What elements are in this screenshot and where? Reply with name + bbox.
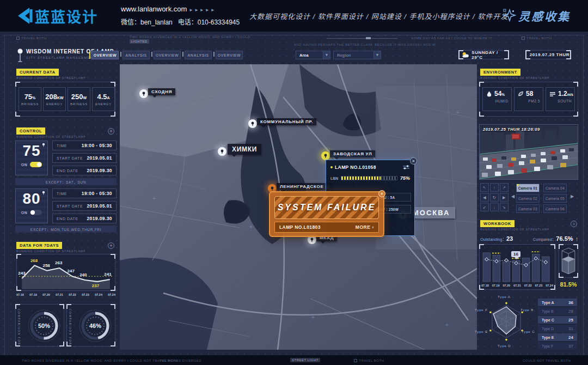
end-date-row[interactable]: END DATE2019.09.30 bbox=[52, 166, 117, 175]
pan-down-button[interactable]: ↓ bbox=[490, 203, 499, 211]
start-date-row[interactable]: START DATE2019.05.01 bbox=[52, 153, 117, 163]
stat-card-amp: 4.5AENERGY bbox=[92, 87, 115, 111]
more-button[interactable]: MORE › bbox=[356, 224, 374, 230]
tab-overview-3[interactable]: OVERVIEW bbox=[216, 51, 243, 59]
time-row[interactable]: TIME19:00 - 05:30 bbox=[52, 141, 117, 150]
cube-gauge bbox=[559, 245, 578, 277]
camera-06-button[interactable]: Camera 06 bbox=[543, 204, 567, 213]
close-icon[interactable]: ✕ bbox=[410, 157, 417, 165]
services-list: 大数据可视化设计 / 软件界面设计 / 网站建设 / 手机及小程序设计 / 软件… bbox=[249, 11, 508, 21]
pan-right-button[interactable]: ▶ bbox=[500, 193, 509, 202]
map-pin-zavodskaya[interactable] bbox=[321, 151, 330, 160]
camera-04-button[interactable]: Camera 04 bbox=[543, 184, 567, 192]
tab-overview-2[interactable]: OVERVIEW bbox=[154, 51, 181, 59]
add-schedule-button[interactable]: + bbox=[108, 128, 114, 135]
camera-feed-image bbox=[480, 125, 578, 180]
region-select[interactable]: Region▾ bbox=[333, 51, 381, 59]
map-label[interactable]: ХИМКИ bbox=[228, 144, 261, 155]
line-value: 258 bbox=[41, 263, 51, 268]
lbn-label: LBN bbox=[330, 177, 338, 180]
control-title: CONTROL bbox=[16, 127, 45, 135]
phone-number: 电话：010-63334945 bbox=[178, 19, 240, 26]
map-pin-khimki[interactable] bbox=[218, 147, 226, 156]
x-tick: 07.22 bbox=[69, 293, 76, 296]
tab-overview-1[interactable]: OVERVIEW bbox=[91, 51, 119, 59]
type-row-d[interactable]: Type D31 bbox=[538, 325, 577, 332]
ticker-item: SOME DAY AS FAR AS I COULD TO WHERE IT bbox=[411, 36, 492, 40]
website-link[interactable]: www.lanlanwork.com ►►►►► bbox=[121, 5, 216, 13]
camera-02-button[interactable]: Camera 02 bbox=[516, 194, 540, 203]
stat-card-briness: 75%BRINESS bbox=[19, 87, 41, 111]
chevron-down-icon[interactable]: ▾ bbox=[323, 51, 330, 59]
bottom-bar: TWO ROADS DIVERGED IN A YELLOW WOOD, AND… bbox=[0, 355, 588, 365]
bulb-icon bbox=[41, 143, 46, 147]
bottom-text: TRAVEL BOTH bbox=[354, 358, 384, 363]
map-pin-skhodnya[interactable] bbox=[139, 89, 148, 98]
map-label[interactable]: ЛЕНИНГРАДСКОЕ Ш bbox=[277, 183, 333, 190]
slider-knob[interactable] bbox=[366, 37, 371, 39]
droplet-icon bbox=[486, 90, 492, 97]
type-row-c[interactable]: Type C25 bbox=[538, 316, 577, 324]
type-row-b[interactable]: Type B28 bbox=[538, 307, 577, 315]
camera-01-button[interactable]: Camera 01 bbox=[516, 184, 540, 192]
checkbox-icon[interactable] bbox=[16, 36, 20, 40]
camera-next-icon[interactable]: ▶ bbox=[571, 194, 574, 199]
camera-05-button[interactable]: Camera 05 bbox=[543, 194, 567, 203]
start-date-row[interactable]: START DATE2019.05.01 bbox=[52, 201, 117, 211]
week-chart-subtitle: RUNNING CONDITION OF STREETLAMP bbox=[16, 250, 85, 253]
collect-label[interactable]: 灵感收集 bbox=[518, 8, 571, 24]
street-light-chip: STREET LIGHT bbox=[290, 358, 320, 362]
city-map[interactable]: +++++ СХОДНЯ КОММУНАЛЬНЫЙ ПР. ХИМКИ ЗАВО… bbox=[120, 64, 477, 350]
workbook-x-axis: 07.1807.1907.2007.2107.2207.2307.24 bbox=[481, 284, 553, 287]
svg-text:+: + bbox=[152, 196, 156, 202]
tab-analysis-1[interactable]: ANALYSIS bbox=[122, 51, 150, 59]
radar-chart bbox=[483, 299, 529, 344]
map-label[interactable]: КОММУНАЛЬНЫЙ ПР. bbox=[257, 118, 316, 125]
pan-up-left-button[interactable]: ↖ bbox=[480, 183, 489, 192]
compared-value: 76.5% bbox=[556, 235, 573, 242]
reset-view-button[interactable]: ↻ bbox=[490, 193, 499, 202]
line-value: 237 bbox=[90, 283, 100, 288]
schedule-toggle[interactable] bbox=[30, 162, 42, 167]
expand-chart-button[interactable]: + bbox=[108, 242, 114, 249]
area-select[interactable]: Area▾ bbox=[296, 51, 330, 59]
checkbox-icon[interactable] bbox=[354, 359, 357, 362]
line-value: 241 bbox=[103, 272, 113, 277]
gauge-value: 46% bbox=[78, 323, 113, 329]
camera-feed[interactable]: 2019.07.25 THUR 18:26:09 bbox=[479, 124, 578, 180]
week-chart-frame: 243268258263247240237241 bbox=[16, 254, 115, 291]
schedule-toggle[interactable] bbox=[30, 210, 42, 215]
pan-down-right-button[interactable]: ↘ bbox=[500, 203, 509, 211]
type-row-a[interactable]: Type A36 bbox=[538, 299, 577, 306]
outstanding-value: 23 bbox=[506, 235, 513, 242]
settings-sliders-icon[interactable] bbox=[402, 165, 410, 170]
camera-03-button[interactable]: Camera 03 bbox=[516, 204, 540, 213]
workbook-next-button[interactable]: › bbox=[571, 221, 577, 227]
brightness-bar[interactable] bbox=[341, 176, 397, 180]
pan-up-right-button[interactable]: ↗ bbox=[500, 183, 509, 192]
tab-analysis-2[interactable]: ANALYSIS bbox=[185, 51, 212, 59]
gauge-panel-2: COMPARISON FOR 46% bbox=[66, 304, 115, 346]
close-icon[interactable]: ✕ bbox=[378, 190, 385, 197]
time-row[interactable]: TIME19:00 - 05:30 bbox=[52, 188, 117, 198]
pan-up-button[interactable]: ↑ bbox=[490, 183, 499, 192]
leaf-icon bbox=[518, 90, 524, 97]
chevron-down-icon[interactable]: ▾ bbox=[373, 51, 381, 59]
map-label[interactable]: СХОДНЯ bbox=[148, 88, 175, 95]
map-pin-kommunalny[interactable] bbox=[248, 119, 257, 128]
radar-label-d: Type D bbox=[498, 344, 511, 348]
end-date-row[interactable]: END DATE2019.09.30 bbox=[52, 214, 117, 223]
map-label[interactable]: ЗАВОДСКАЯ УЛ bbox=[330, 150, 375, 157]
ticker-slider[interactable] bbox=[327, 38, 397, 39]
pan-down-left-button[interactable]: ↙ bbox=[480, 203, 489, 211]
compared-label: Compared： bbox=[533, 237, 556, 242]
type-row-e[interactable]: Type E24 bbox=[538, 333, 577, 341]
except-bar: EXCEPT：SAT，SUN bbox=[15, 178, 117, 185]
camera-prev-icon[interactable]: ◀ bbox=[511, 194, 514, 199]
pan-left-button[interactable]: ◀ bbox=[480, 193, 489, 202]
type-row-f[interactable]: Type F37 bbox=[538, 342, 577, 350]
radar-label-a: Type A bbox=[498, 295, 511, 299]
radar-label-f: Type F bbox=[475, 308, 488, 312]
x-tick: 07.18 bbox=[481, 284, 489, 287]
checkbox-icon[interactable] bbox=[522, 36, 525, 40]
